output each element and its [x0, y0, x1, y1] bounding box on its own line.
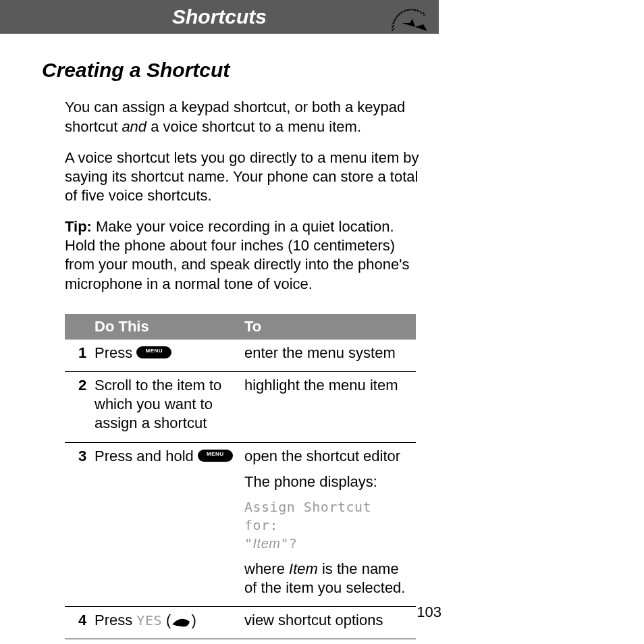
p1-b: and — [122, 118, 146, 135]
step-do: Press YES () — [95, 611, 240, 633]
step-number: 1 — [65, 344, 95, 366]
tip-label: Tip: — [65, 218, 92, 235]
table-row: 2 Scroll to the item to which you want t… — [65, 372, 416, 442]
table-row: 4 Press YES () view shortcut options — [65, 607, 416, 639]
step-to: open the shortcut editor The phone displ… — [240, 447, 414, 601]
content-area: Creating a Shortcut You can assign a key… — [42, 57, 420, 639]
step-number: 4 — [65, 611, 95, 633]
step-to-line4: where Item is the name of the item you s… — [244, 560, 410, 597]
paragraph-tip: Tip: Make your voice recording in a quie… — [65, 217, 420, 294]
section-title: Creating a Shortcut — [42, 57, 420, 83]
table-row: 1 Press enter the menu system — [65, 340, 416, 372]
paragraph-2: A voice shortcut lets you go directly to… — [65, 149, 420, 205]
step-number: 2 — [65, 376, 95, 398]
step-do-prefix: Press and hold — [95, 448, 198, 464]
tip-body: Make your voice recording in a quiet loc… — [65, 218, 409, 292]
paren-open: ( — [162, 612, 171, 628]
step-do: Press and hold — [95, 447, 240, 469]
step-do-prefix: Press — [95, 612, 136, 628]
header-title: Shortcuts — [172, 5, 267, 28]
confirm-b-open: " — [244, 535, 253, 552]
paragraph-1: You can assign a keypad shortcut, or bot… — [65, 98, 420, 136]
step-to-line1: open the shortcut editor — [244, 447, 410, 466]
step-do: Press — [95, 344, 240, 366]
paren-close: ) — [191, 612, 196, 628]
steps-table: Do This To 1 Press enter the menu system… — [65, 314, 416, 640]
menu-key-icon — [198, 450, 233, 462]
p1-c: a voice shortcut to a menu item. — [146, 118, 361, 135]
left-softkey-icon — [171, 614, 191, 625]
l4a: where — [244, 560, 289, 577]
shortcut-arc-icon — [388, 1, 429, 35]
step-to-line2: The phone displays: — [244, 473, 410, 491]
table-header-to: To — [240, 314, 414, 340]
yes-label: YES — [136, 612, 162, 628]
step-to: view shortcut options — [240, 611, 414, 633]
l4b: Item — [289, 560, 318, 577]
table-header-do: Do This — [95, 314, 240, 340]
table-header-num — [65, 314, 95, 340]
step-to: enter the menu system — [240, 344, 414, 366]
page: Shortcuts Creating a Shortcut You can as… — [0, 0, 644, 644]
header-bar: Shortcuts — [0, 0, 439, 34]
page-number: 103 — [417, 603, 441, 621]
step-to: highlight the menu item — [240, 376, 414, 398]
confirm-b-item: Item — [253, 536, 281, 551]
table-header: Do This To — [65, 314, 416, 340]
step-do: Scroll to the item to which you want to … — [95, 376, 240, 436]
confirm-a: Assign Shortcut for: — [244, 499, 371, 533]
step-number: 3 — [65, 447, 95, 469]
phone-display-text: Assign Shortcut for: "Item"? — [244, 498, 410, 553]
table-row: 3 Press and hold open the shortcut edito… — [65, 443, 416, 608]
confirm-b-close: "? — [280, 535, 297, 552]
step-do-prefix: Press — [95, 344, 136, 361]
menu-key-icon — [136, 346, 171, 358]
